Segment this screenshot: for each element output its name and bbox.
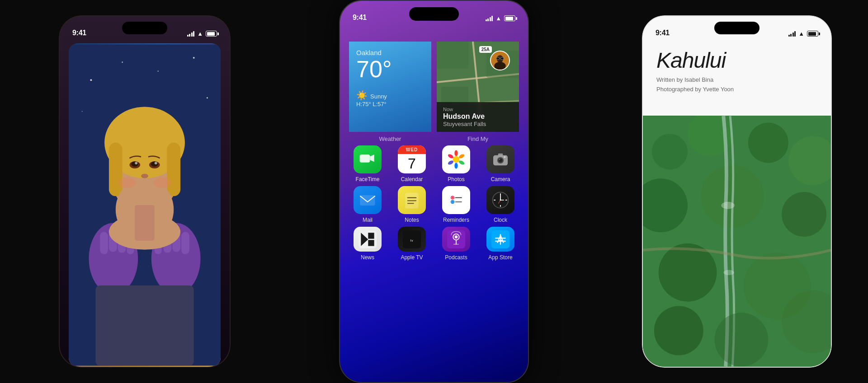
dynamic-island-left: [122, 22, 167, 34]
svg-point-3: [158, 71, 159, 72]
findmy-now-label: Now: [443, 107, 513, 112]
notes-label: Notes: [405, 217, 419, 223]
left-status-icons: ▲: [187, 30, 217, 37]
right-status-icons: ▲: [788, 30, 818, 37]
clock-icon: [486, 186, 514, 214]
svg-rect-39: [437, 42, 468, 69]
findmy-widget-container: 25A: [437, 42, 519, 142]
svg-point-113: [782, 192, 826, 237]
phone-center: 9:41 ▲ Oakland 7: [339, 0, 529, 383]
clock-app[interactable]: Clock: [482, 186, 519, 223]
appstore-app[interactable]: A App Store: [482, 227, 519, 261]
mail-icon: [354, 186, 382, 214]
svg-point-13: [131, 161, 138, 167]
svg-rect-48: [500, 57, 504, 60]
svg-rect-31: [95, 285, 193, 366]
findmy-street: Hudson Ave: [443, 112, 513, 121]
app-row-3: News tv Apple TV: [349, 227, 519, 261]
news-label: News: [361, 254, 374, 261]
findmy-widget[interactable]: 25A: [437, 42, 519, 132]
svg-point-116: [721, 202, 735, 209]
news-app[interactable]: News: [349, 227, 386, 261]
svg-point-15: [135, 162, 137, 164]
findmy-label: Find My: [437, 135, 519, 142]
photographed-by-line: Photographed by Yvette Yoon: [656, 85, 817, 94]
svg-marker-51: [370, 154, 374, 162]
book-written-by: Written by Isabel Bina Photographed by Y…: [656, 75, 817, 94]
center-status-icons: ▲: [486, 15, 515, 22]
svg-point-33: [154, 177, 172, 188]
route-badge: 25A: [479, 46, 492, 53]
right-wifi-icon: ▲: [798, 30, 804, 37]
svg-point-6: [207, 97, 208, 98]
appletv-app[interactable]: tv Apple TV: [393, 227, 430, 261]
svg-point-77: [452, 197, 453, 199]
svg-point-17: [141, 174, 148, 178]
phones-container: 9:41 ▲ 9:41: [0, 0, 868, 383]
facetime-label: FaceTime: [356, 176, 380, 182]
app-row-2: Mail Notes: [349, 186, 519, 223]
right-signal-icon: [788, 31, 796, 37]
svg-point-14: [151, 161, 158, 167]
calendar-day-number: 7: [408, 154, 416, 173]
svg-point-88: [500, 200, 501, 201]
reminders-label: Reminders: [443, 217, 469, 223]
svg-rect-50: [360, 154, 370, 162]
notes-icon: [398, 186, 426, 214]
reminders-icon: [442, 186, 470, 214]
svg-point-53: [454, 150, 458, 156]
svg-point-117: [723, 270, 734, 275]
camera-app[interactable]: Camera: [482, 145, 519, 182]
svg-rect-20: [100, 232, 108, 254]
calendar-app[interactable]: WED 7 Calendar: [393, 145, 430, 182]
appstore-icon: A: [486, 227, 514, 252]
svg-rect-30: [135, 205, 154, 241]
weather-temp: 70°: [356, 57, 424, 81]
svg-point-107: [652, 134, 688, 169]
center-signal-icon: [486, 16, 493, 21]
center-battery-icon: [504, 15, 515, 21]
dynamic-island-right: [714, 22, 760, 34]
svg-point-16: [155, 162, 157, 164]
weather-widget[interactable]: Oakland 70° ☀️ Sunny H:75° L:57°: [349, 42, 431, 132]
portrait-artwork: [69, 43, 221, 367]
svg-rect-66: [360, 195, 375, 206]
svg-point-1: [90, 79, 92, 81]
photos-app[interactable]: Photos: [438, 145, 475, 182]
svg-rect-10: [167, 143, 180, 196]
svg-point-109: [748, 123, 788, 163]
facetime-icon: [354, 145, 382, 173]
mail-label: Mail: [363, 217, 373, 223]
written-by-line: Written by Isabel Bina: [656, 75, 817, 85]
clock-label: Clock: [494, 217, 507, 223]
svg-point-118: [654, 306, 703, 355]
svg-point-65: [504, 156, 505, 158]
facetime-app[interactable]: FaceTime: [349, 145, 386, 182]
widgets-area: Oakland 70° ☀️ Sunny H:75° L:57° Weather: [349, 42, 519, 142]
book-title: Kahului: [656, 48, 817, 73]
camera-icon: [486, 145, 514, 173]
center-time: 9:41: [353, 14, 367, 22]
svg-point-2: [122, 61, 123, 63]
svg-point-119: [714, 313, 768, 366]
weather-hl: H:75° L:57°: [356, 101, 424, 107]
svg-rect-60: [498, 154, 503, 156]
svg-rect-92: [368, 240, 374, 246]
reminders-app[interactable]: Reminders: [438, 186, 475, 223]
mail-app[interactable]: Mail: [349, 186, 386, 223]
notes-app[interactable]: Notes: [393, 186, 430, 223]
svg-point-44: [494, 62, 505, 70]
svg-point-78: [452, 201, 453, 203]
wifi-icon: ▲: [197, 30, 203, 37]
svg-rect-95: [447, 230, 465, 248]
podcasts-app[interactable]: Podcasts: [438, 227, 475, 261]
phone-right: 9:41 ▲ Kahului Written by Isabel Bina: [642, 15, 832, 368]
calendar-day-label: WED: [398, 145, 426, 154]
podcasts-icon: [442, 227, 470, 252]
weather-label: Weather: [349, 135, 431, 142]
svg-point-114: [659, 243, 717, 302]
photos-label: Photos: [448, 176, 464, 182]
right-battery-icon: [807, 31, 818, 37]
appletv-icon: tv: [398, 227, 426, 252]
svg-point-64: [499, 159, 500, 160]
